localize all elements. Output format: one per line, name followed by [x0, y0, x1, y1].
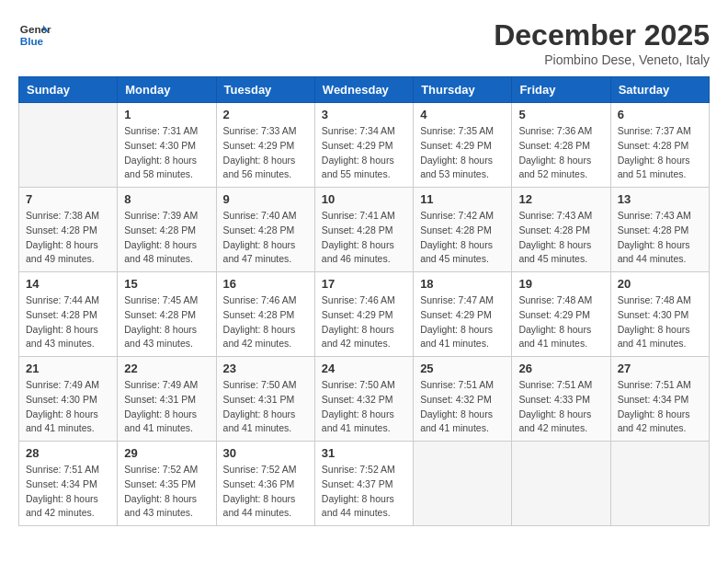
day-number: 2 — [223, 108, 308, 121]
day-number: 24 — [322, 362, 406, 375]
calendar-cell: 30Sunrise: 7:52 AM Sunset: 4:36 PM Dayli… — [216, 442, 314, 526]
day-info: Sunrise: 7:50 AM Sunset: 4:31 PM Dayligh… — [223, 378, 308, 436]
day-info: Sunrise: 7:51 AM Sunset: 4:34 PM Dayligh… — [26, 463, 110, 521]
weekday-header: Sunday — [19, 77, 118, 103]
logo-icon: General Blue — [18, 18, 51, 52]
day-number: 30 — [223, 446, 308, 460]
day-number: 17 — [322, 277, 406, 291]
calendar-cell: 3Sunrise: 7:34 AM Sunset: 4:29 PM Daylig… — [314, 103, 413, 188]
calendar-cell: 8Sunrise: 7:39 AM Sunset: 4:28 PM Daylig… — [118, 188, 216, 272]
calendar-cell: 18Sunrise: 7:47 AM Sunset: 4:29 PM Dayli… — [414, 272, 512, 357]
day-number: 23 — [223, 362, 308, 375]
day-info: Sunrise: 7:46 AM Sunset: 4:29 PM Dayligh… — [322, 293, 406, 351]
day-info: Sunrise: 7:49 AM Sunset: 4:30 PM Dayligh… — [26, 378, 110, 436]
day-info: Sunrise: 7:52 AM Sunset: 4:36 PM Dayligh… — [223, 463, 308, 521]
day-number: 11 — [420, 192, 505, 206]
calendar-cell: 26Sunrise: 7:51 AM Sunset: 4:33 PM Dayli… — [512, 357, 610, 442]
day-number: 6 — [618, 108, 702, 121]
calendar-cell: 29Sunrise: 7:52 AM Sunset: 4:35 PM Dayli… — [118, 442, 216, 526]
calendar-cell: 28Sunrise: 7:51 AM Sunset: 4:34 PM Dayli… — [19, 442, 118, 526]
calendar-cell: 7Sunrise: 7:38 AM Sunset: 4:28 PM Daylig… — [19, 188, 118, 272]
title-block: December 2025 Piombino Dese, Veneto, Ita… — [494, 18, 710, 67]
day-number: 19 — [518, 277, 603, 291]
weekday-header: Saturday — [610, 77, 709, 103]
day-info: Sunrise: 7:51 AM Sunset: 4:32 PM Dayligh… — [420, 378, 505, 436]
calendar-cell: 2Sunrise: 7:33 AM Sunset: 4:29 PM Daylig… — [216, 103, 314, 188]
day-number: 5 — [518, 108, 603, 121]
calendar-cell: 12Sunrise: 7:43 AM Sunset: 4:28 PM Dayli… — [512, 188, 610, 272]
calendar-table: SundayMondayTuesdayWednesdayThursdayFrid… — [18, 76, 710, 526]
day-number: 14 — [26, 277, 110, 291]
weekday-header: Friday — [512, 77, 610, 103]
day-info: Sunrise: 7:49 AM Sunset: 4:31 PM Dayligh… — [124, 378, 209, 436]
day-number: 25 — [420, 362, 505, 375]
calendar-cell: 4Sunrise: 7:35 AM Sunset: 4:29 PM Daylig… — [414, 103, 512, 188]
calendar-cell: 19Sunrise: 7:48 AM Sunset: 4:29 PM Dayli… — [512, 272, 610, 357]
day-number: 31 — [322, 446, 406, 460]
day-info: Sunrise: 7:44 AM Sunset: 4:28 PM Dayligh… — [26, 293, 110, 351]
calendar-cell: 11Sunrise: 7:42 AM Sunset: 4:28 PM Dayli… — [414, 188, 512, 272]
calendar-cell: 21Sunrise: 7:49 AM Sunset: 4:30 PM Dayli… — [19, 357, 118, 442]
day-info: Sunrise: 7:48 AM Sunset: 4:30 PM Dayligh… — [618, 293, 702, 351]
day-number: 29 — [124, 446, 209, 460]
calendar-week-row: 1Sunrise: 7:31 AM Sunset: 4:30 PM Daylig… — [19, 103, 710, 188]
day-number: 16 — [223, 277, 308, 291]
calendar-cell: 15Sunrise: 7:45 AM Sunset: 4:28 PM Dayli… — [118, 272, 216, 357]
day-info: Sunrise: 7:35 AM Sunset: 4:29 PM Dayligh… — [420, 124, 505, 182]
calendar-cell: 1Sunrise: 7:31 AM Sunset: 4:30 PM Daylig… — [118, 103, 216, 188]
logo: General Blue — [18, 18, 51, 52]
day-info: Sunrise: 7:34 AM Sunset: 4:29 PM Dayligh… — [322, 124, 406, 182]
day-info: Sunrise: 7:52 AM Sunset: 4:35 PM Dayligh… — [124, 463, 209, 521]
day-number: 4 — [420, 108, 505, 121]
calendar-cell — [414, 442, 512, 526]
calendar-cell: 23Sunrise: 7:50 AM Sunset: 4:31 PM Dayli… — [216, 357, 314, 442]
day-number: 3 — [322, 108, 406, 121]
weekday-header: Thursday — [414, 77, 512, 103]
day-info: Sunrise: 7:51 AM Sunset: 4:33 PM Dayligh… — [518, 378, 603, 436]
calendar-cell: 22Sunrise: 7:49 AM Sunset: 4:31 PM Dayli… — [118, 357, 216, 442]
day-info: Sunrise: 7:42 AM Sunset: 4:28 PM Dayligh… — [420, 209, 505, 267]
day-info: Sunrise: 7:37 AM Sunset: 4:28 PM Dayligh… — [618, 124, 702, 182]
calendar-cell — [19, 103, 118, 188]
calendar-week-row: 21Sunrise: 7:49 AM Sunset: 4:30 PM Dayli… — [19, 357, 710, 442]
page-header: General Blue December 2025 Piombino Dese… — [18, 18, 710, 67]
calendar-cell: 31Sunrise: 7:52 AM Sunset: 4:37 PM Dayli… — [314, 442, 413, 526]
weekday-header: Tuesday — [216, 77, 314, 103]
calendar-cell: 10Sunrise: 7:41 AM Sunset: 4:28 PM Dayli… — [314, 188, 413, 272]
day-info: Sunrise: 7:39 AM Sunset: 4:28 PM Dayligh… — [124, 209, 209, 267]
calendar-cell — [610, 442, 709, 526]
day-info: Sunrise: 7:33 AM Sunset: 4:29 PM Dayligh… — [223, 124, 308, 182]
day-number: 15 — [124, 277, 209, 291]
day-info: Sunrise: 7:41 AM Sunset: 4:28 PM Dayligh… — [322, 209, 406, 267]
day-number: 1 — [124, 108, 209, 121]
calendar-cell: 20Sunrise: 7:48 AM Sunset: 4:30 PM Dayli… — [610, 272, 709, 357]
calendar-cell: 13Sunrise: 7:43 AM Sunset: 4:28 PM Dayli… — [610, 188, 709, 272]
day-number: 18 — [420, 277, 505, 291]
calendar-cell: 16Sunrise: 7:46 AM Sunset: 4:28 PM Dayli… — [216, 272, 314, 357]
day-number: 22 — [124, 362, 209, 375]
day-info: Sunrise: 7:47 AM Sunset: 4:29 PM Dayligh… — [420, 293, 505, 351]
day-info: Sunrise: 7:45 AM Sunset: 4:28 PM Dayligh… — [124, 293, 209, 351]
day-info: Sunrise: 7:43 AM Sunset: 4:28 PM Dayligh… — [518, 209, 603, 267]
calendar-cell — [512, 442, 610, 526]
calendar-week-row: 14Sunrise: 7:44 AM Sunset: 4:28 PM Dayli… — [19, 272, 710, 357]
day-number: 21 — [26, 362, 110, 375]
day-info: Sunrise: 7:40 AM Sunset: 4:28 PM Dayligh… — [223, 209, 308, 267]
calendar-cell: 14Sunrise: 7:44 AM Sunset: 4:28 PM Dayli… — [19, 272, 118, 357]
month-title: December 2025 — [494, 18, 710, 52]
day-info: Sunrise: 7:52 AM Sunset: 4:37 PM Dayligh… — [322, 463, 406, 521]
svg-text:General: General — [20, 23, 51, 35]
weekday-header: Monday — [118, 77, 216, 103]
day-info: Sunrise: 7:38 AM Sunset: 4:28 PM Dayligh… — [26, 209, 110, 267]
day-info: Sunrise: 7:48 AM Sunset: 4:29 PM Dayligh… — [518, 293, 603, 351]
day-info: Sunrise: 7:50 AM Sunset: 4:32 PM Dayligh… — [322, 378, 406, 436]
weekday-header-row: SundayMondayTuesdayWednesdayThursdayFrid… — [19, 77, 710, 103]
day-number: 7 — [26, 192, 110, 206]
calendar-cell: 17Sunrise: 7:46 AM Sunset: 4:29 PM Dayli… — [314, 272, 413, 357]
calendar-cell: 24Sunrise: 7:50 AM Sunset: 4:32 PM Dayli… — [314, 357, 413, 442]
weekday-header: Wednesday — [314, 77, 413, 103]
day-number: 10 — [322, 192, 406, 206]
calendar-cell: 6Sunrise: 7:37 AM Sunset: 4:28 PM Daylig… — [610, 103, 709, 188]
calendar-cell: 5Sunrise: 7:36 AM Sunset: 4:28 PM Daylig… — [512, 103, 610, 188]
calendar-week-row: 28Sunrise: 7:51 AM Sunset: 4:34 PM Dayli… — [19, 442, 710, 526]
